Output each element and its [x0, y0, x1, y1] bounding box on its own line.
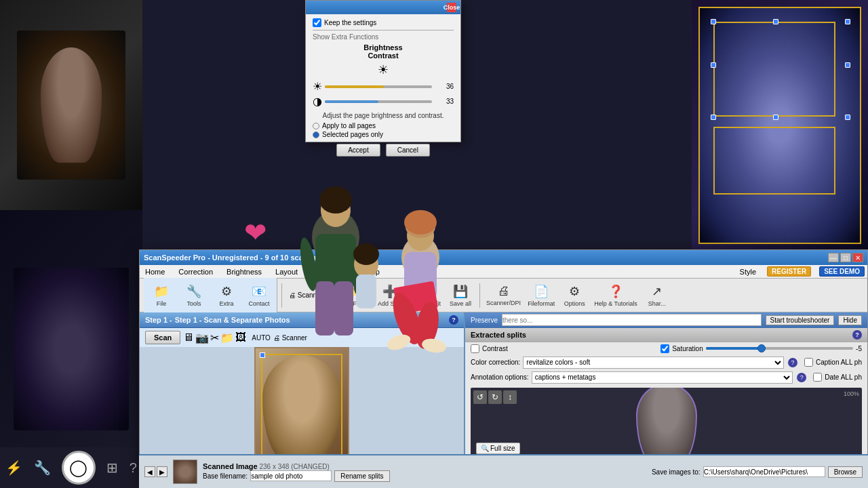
nav-prev[interactable]: ◀	[144, 466, 155, 477]
add-split-button[interactable]: ➕ Add Split	[375, 281, 405, 310]
demo-button[interactable]: SEE DEMO	[819, 266, 865, 277]
handle-bl[interactable]	[711, 115, 716, 120]
apply-all-radio[interactable]	[313, 123, 319, 129]
brightness-slider[interactable]	[325, 85, 432, 88]
annotation-select[interactable]: captions + metatags	[532, 371, 793, 384]
nav-next[interactable]: ▶	[157, 466, 167, 477]
share-button[interactable]: ↗ Shar...	[642, 281, 672, 310]
color-correction-select[interactable]: revitalize colors - soft	[523, 357, 784, 369]
start-troubleshooter-button[interactable]: Start troubleshooter	[766, 315, 835, 325]
save-all-button[interactable]: 💾 Save all	[446, 281, 475, 310]
preserve-bar: Preserve Start troubleshooter Hide	[465, 312, 867, 328]
contrast-checkbox[interactable]	[471, 344, 479, 353]
extracted-help[interactable]: ?	[852, 330, 862, 340]
hide-button[interactable]: Hide	[838, 315, 862, 325]
full-size-button[interactable]: 🔍 Full size	[476, 443, 520, 454]
menu-brightness[interactable]: Brightness	[224, 266, 264, 277]
step1-number: Step 1 -	[145, 316, 172, 324]
minimize-button[interactable]: —	[828, 253, 839, 262]
scan-circle-button[interactable]: ◯	[62, 451, 96, 485]
saturation-thumb[interactable]	[757, 344, 766, 352]
saturation-checkbox[interactable]	[660, 344, 669, 353]
menu-style[interactable]: Style	[737, 266, 759, 277]
keep-settings-checkbox[interactable]	[313, 18, 321, 27]
handle-mr[interactable]	[845, 62, 850, 68]
caption-all-checkbox[interactable]	[804, 358, 813, 367]
preview-selection-box[interactable]	[261, 354, 342, 468]
menu-home[interactable]: Home	[142, 266, 167, 277]
scan-icon-4[interactable]: 📁	[220, 331, 234, 344]
flip-button[interactable]: ↕	[503, 390, 517, 404]
contact-toolbar-btn[interactable]: 📧 Contact	[244, 281, 274, 310]
handle-tc[interactable]	[773, 19, 778, 24]
handle-bc[interactable]	[773, 115, 778, 120]
annotation-row: Annotation options: captions + metatags …	[465, 370, 867, 385]
register-button[interactable]: REGISTER	[767, 266, 811, 277]
handle-tl[interactable]	[711, 19, 716, 24]
rotate-left-button[interactable]: ↺	[473, 390, 487, 404]
saturation-fill	[706, 347, 765, 350]
scan-button[interactable]: Scan	[145, 331, 180, 344]
file-toolbar-btn[interactable]: 📁 File	[146, 281, 176, 310]
selection-box-top[interactable]	[713, 22, 835, 117]
rename-splits-button[interactable]: Rename splits	[334, 470, 389, 482]
menu-layout[interactable]: Layout	[273, 266, 300, 277]
annotation-help[interactable]: ?	[797, 373, 806, 382]
handle-ml[interactable]	[711, 62, 716, 68]
maximize-button[interactable]: □	[840, 253, 851, 262]
scan-icon-5[interactable]: 🖼	[235, 331, 246, 344]
brightness-sun-icon: ☀	[313, 80, 322, 93]
scan-icon-3[interactable]: ✂	[210, 331, 219, 344]
color-correction-label: Color correction:	[471, 359, 520, 366]
bottom-left-photo: Tap the button to start scanning. Don't …	[0, 210, 142, 488]
menu-recognition[interactable]: Recognition	[309, 266, 353, 277]
selection-box-bottom[interactable]	[713, 127, 835, 195]
handle-br[interactable]	[845, 115, 850, 120]
save-path-input[interactable]	[703, 466, 825, 477]
options-button[interactable]: ⚙ Options	[559, 281, 589, 310]
grid-icon[interactable]: ⊞	[106, 460, 118, 476]
dialog-close-button[interactable]: Close	[447, 3, 456, 12]
share-icon: ↗	[652, 284, 662, 299]
brightness-contrast-dialog: Close Keep the settings Show Extra Funct…	[305, 0, 461, 142]
selected-only-radio[interactable]	[313, 131, 319, 138]
handle-tl[interactable]	[260, 352, 265, 358]
browse-button[interactable]: Browse	[828, 466, 863, 478]
cancel-button[interactable]: Cancel	[386, 144, 430, 157]
annotation-label: Annotation options:	[471, 373, 529, 381]
extra-toolbar-btn[interactable]: ⚙ Extra	[212, 281, 241, 310]
help-tutorials-button[interactable]: ❓ Help & Tutorials	[592, 281, 639, 310]
help-icon[interactable]: ?	[130, 460, 137, 476]
handle-tr[interactable]	[845, 19, 850, 24]
step1-help[interactable]: ?	[449, 315, 458, 325]
color-correction-help[interactable]: ?	[788, 358, 797, 367]
delete-split-button[interactable]: ➖ Delete Split	[408, 281, 443, 310]
base-filename-input[interactable]	[250, 470, 332, 481]
save-path-row: Save images to: Browse	[652, 466, 863, 478]
contrast-slider[interactable]	[325, 100, 432, 103]
caption-all-label: Caption ALL ph	[816, 359, 862, 366]
close-button[interactable]: ✕	[852, 253, 863, 262]
scanner-dpi-button[interactable]: 🖨 Scanner/DPI	[484, 281, 523, 310]
tools-label: Tools	[186, 300, 201, 307]
app-titlebar: ScanSpeeder Pro - Unregistered - 9 of 10…	[140, 250, 867, 265]
menu-help[interactable]: Help	[361, 266, 382, 277]
scan-icon-2[interactable]: 📷	[195, 331, 209, 344]
rotate-right-button[interactable]: ↻	[488, 390, 502, 404]
tools-toolbar-btn[interactable]: 🔧 Tools	[179, 281, 209, 310]
saturation-slider[interactable]	[706, 347, 853, 350]
preserve-input[interactable]	[502, 314, 762, 326]
scan-icon-1[interactable]: 🖥	[183, 331, 194, 344]
fileformat-button[interactable]: 📄 Fileformat	[526, 281, 557, 310]
save-all-label: Save all	[450, 300, 471, 307]
settings-icon[interactable]: 🔧	[34, 460, 51, 476]
brightness-fill	[325, 85, 384, 88]
accept-button[interactable]: Accept	[336, 144, 380, 157]
menu-correction[interactable]: Correction	[176, 266, 216, 277]
date-all-checkbox[interactable]	[813, 373, 822, 382]
flash-icon[interactable]: ⚡	[5, 460, 22, 476]
base-filename-label: Base filename:	[203, 472, 248, 480]
open-folder-button[interactable]: 📂 Open Folder	[334, 281, 372, 310]
scanned-filename-row: Base filename: Rename splits	[203, 470, 646, 482]
extracted-header: Extracted splits ?	[465, 328, 867, 342]
